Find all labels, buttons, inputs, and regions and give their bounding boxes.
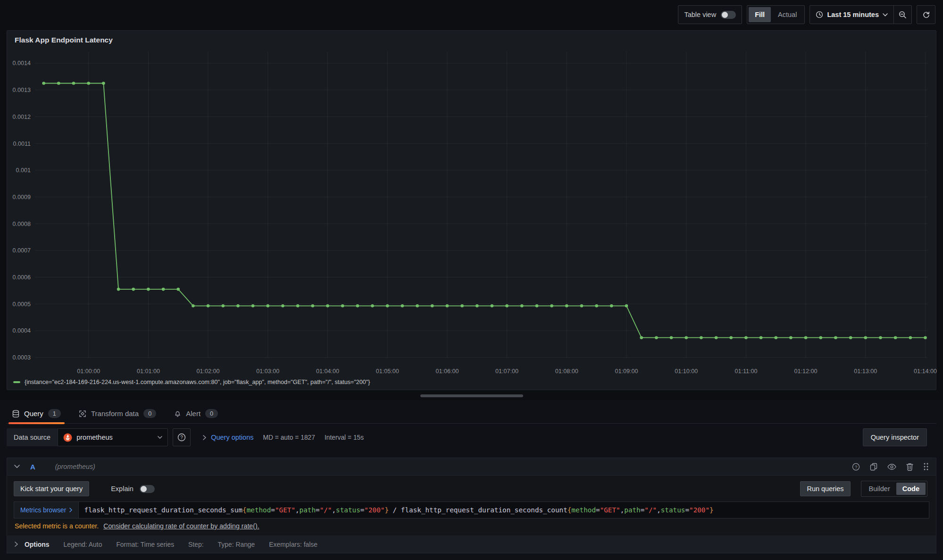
series-point (744, 336, 748, 339)
tab-transform-data[interactable]: Transform data 0 (73, 404, 162, 423)
series-point (700, 336, 703, 339)
series-point (177, 288, 180, 291)
duplicate-icon[interactable] (870, 463, 877, 471)
promql-token: = (316, 506, 320, 514)
x-axis-tick-label: 01:04:00 (316, 368, 339, 375)
toggle-knob (141, 486, 147, 492)
series-point (446, 304, 449, 308)
time-range-label: Last 15 minutes (827, 11, 879, 18)
promql-query-input[interactable]: flask_http_request_duration_seconds_sum{… (78, 502, 929, 518)
x-axis-tick-label: 01:07:00 (495, 368, 518, 375)
table-view-label: Table view (684, 11, 716, 18)
eye-icon[interactable] (887, 464, 896, 470)
series-point (401, 304, 404, 308)
query-inspector-button[interactable]: Query inspector (863, 428, 927, 446)
drag-handle-icon[interactable] (923, 462, 929, 471)
query-editor-body: Kick start your query Explain Run querie… (7, 476, 936, 553)
toolbar-controls: Table view Fill Actual Last 15 minutes (678, 5, 935, 24)
series-point (72, 82, 75, 85)
y-axis-tick-label: 0.0007 (12, 247, 31, 254)
series-point (117, 288, 120, 291)
datasource-picker[interactable]: prometheus (58, 428, 168, 446)
datasource-label: Data source (7, 428, 58, 446)
x-axis-tick-label: 01:12:00 (794, 368, 818, 375)
option-summary-item: Type: Range (218, 541, 255, 548)
chevron-right-icon (69, 508, 72, 512)
series-point (102, 82, 105, 85)
refresh-icon (922, 11, 930, 19)
x-axis-tick-label: 01:10:00 (675, 368, 698, 375)
query-options-summary-row[interactable]: Options Legend: AutoFormat: Time seriesS… (7, 535, 936, 553)
trash-icon[interactable] (906, 463, 913, 471)
table-view-toggle[interactable] (721, 11, 736, 19)
collapse-chevron-icon[interactable] (14, 465, 20, 468)
query-toolbar-row: Kick start your query Explain Run querie… (14, 480, 929, 497)
promql-token: path (624, 506, 640, 514)
latency-chart[interactable]: 0.00140.00130.00120.00110.0010.00090.000… (7, 31, 937, 391)
promql-token: = (641, 506, 645, 514)
metrics-browser-label: Metrics browser (20, 507, 66, 514)
tab-alert-count-badge: 0 (205, 409, 218, 418)
series-point (251, 304, 255, 308)
y-axis-tick-label: 0.0004 (12, 327, 31, 334)
promql-token: = (685, 506, 689, 514)
help-icon[interactable]: ? (852, 463, 860, 471)
time-range-button[interactable]: Last 15 minutes (810, 6, 893, 24)
promql-token: "/" (644, 506, 657, 514)
series-point (729, 336, 733, 339)
series-point (804, 336, 808, 339)
chevron-down-icon (158, 436, 162, 439)
series-point (640, 336, 643, 339)
timeseries-panel[interactable]: Flask App Endpoint Latency 0.00140.00130… (7, 30, 936, 390)
query-options-toggle[interactable]: Query options (203, 434, 253, 441)
actual-button[interactable]: Actual (772, 7, 803, 22)
promql-token: , (620, 506, 625, 514)
x-axis-tick-label: 01:13:00 (854, 368, 877, 375)
promql-token: = (271, 506, 275, 514)
max-data-points-text: MD = auto = 1827 (263, 434, 315, 441)
series-point (162, 288, 165, 291)
tab-transform-count-badge: 0 (143, 409, 156, 418)
builder-button[interactable]: Builder (863, 483, 896, 495)
zoom-out-time-button[interactable] (893, 6, 911, 24)
refresh-button[interactable] (917, 5, 935, 24)
run-queries-button[interactable]: Run queries (800, 481, 850, 496)
promql-token: "GET" (275, 506, 295, 514)
series-point (625, 304, 628, 308)
counter-warning-text: Selected metric is a counter. (15, 522, 99, 530)
series-point (236, 304, 240, 308)
explain-toggle[interactable] (140, 485, 155, 493)
svg-text:?: ? (180, 435, 183, 440)
x-axis-tick-label: 01:11:00 (734, 368, 757, 375)
tab-alert[interactable]: Alert 0 (168, 404, 224, 423)
y-axis-tick-label: 0.0013 (12, 87, 31, 93)
series-line (44, 84, 926, 338)
series-point (267, 304, 270, 308)
metrics-browser-button[interactable]: Metrics browser (14, 502, 78, 518)
fill-button[interactable]: Fill (749, 7, 771, 22)
query-row-header[interactable]: A (prometheus) ? (7, 458, 936, 476)
promql-token: } (384, 506, 389, 514)
chart-legend[interactable]: {instance="ec2-184-169-216-224.us-west-1… (13, 379, 370, 385)
tab-transform-label: Transform data (91, 410, 139, 418)
promql-token: status (661, 506, 685, 514)
kick-start-query-button[interactable]: Kick start your query (14, 481, 89, 496)
options-summary-items: Legend: AutoFormat: Time seriesStep:Type… (63, 540, 332, 549)
series-point (147, 288, 150, 291)
series-point (476, 304, 479, 308)
add-rate-link[interactable]: Consider calculating rate of counter by … (103, 522, 259, 530)
series-point (894, 336, 897, 339)
pane-resize-handle[interactable] (420, 394, 523, 397)
tab-query[interactable]: Query 1 (7, 404, 67, 423)
tab-query-count-badge: 1 (48, 409, 61, 418)
series-point (909, 336, 912, 339)
series-point (311, 304, 315, 308)
query-options-label: Query options (211, 434, 253, 441)
promql-token: { (242, 506, 247, 514)
fill-actual-switch: Fill Actual (747, 5, 805, 24)
code-button[interactable]: Code (896, 483, 926, 495)
datasource-help-button[interactable]: ? (173, 428, 191, 446)
series-point (431, 304, 434, 308)
y-axis-tick-label: 0.0012 (12, 114, 31, 120)
series-point (460, 304, 464, 308)
